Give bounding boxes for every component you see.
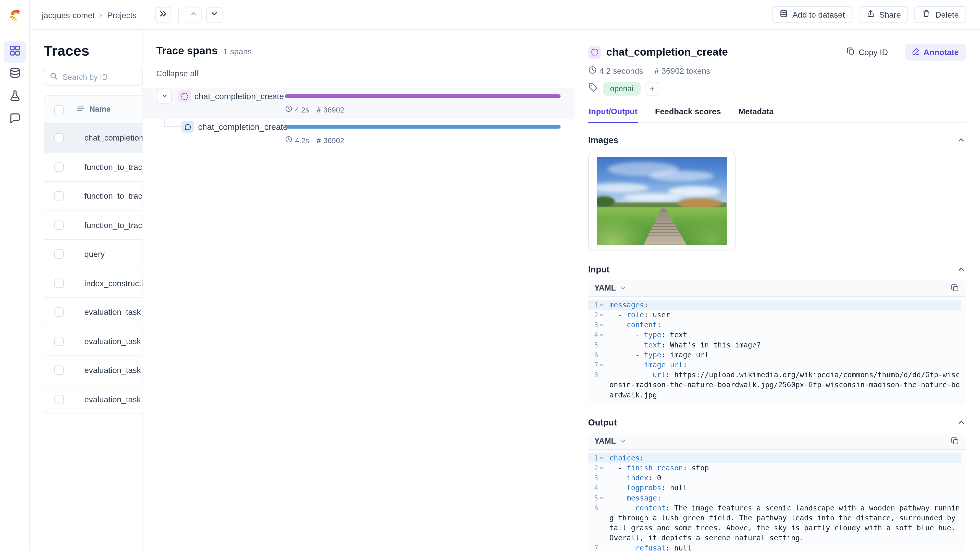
landscape-photo[interactable] (597, 156, 727, 245)
sidebar-item-projects[interactable] (4, 41, 26, 63)
row-checkbox[interactable] (54, 279, 64, 288)
code-text: message: (605, 493, 961, 503)
hash-icon: # (317, 105, 321, 114)
span-label[interactable]: chat_completion_create (198, 122, 288, 132)
code-text: - role: user (605, 310, 961, 320)
fold-chevron-icon[interactable] (600, 300, 604, 310)
column-header-name[interactable]: Name (89, 105, 110, 114)
fold-chevron-icon[interactable] (600, 493, 604, 503)
span-row-root[interactable]: chat_completion_create 4.2s #36902 (143, 88, 574, 119)
sidebar-item-prompts[interactable] (4, 108, 26, 130)
code-text: image_url: (605, 360, 961, 370)
span-duration-bar[interactable] (285, 94, 561, 98)
span-tokens: 36902 (323, 105, 344, 114)
table-header: Name (45, 96, 143, 123)
grid-icon (9, 44, 21, 59)
collapse-section-icon[interactable] (957, 265, 966, 273)
next-trace-button[interactable] (206, 7, 223, 23)
row-checkbox[interactable] (54, 221, 64, 230)
table-row[interactable]: function_to_track (45, 210, 143, 239)
chevron-down-icon (210, 10, 219, 21)
breadcrumb-workspace[interactable]: jacques-comet (42, 10, 95, 20)
collapse-panel-button[interactable] (155, 7, 171, 23)
input-section: Input YAML 1messages:2 - role: us (588, 264, 966, 405)
sidebar-item-experiments[interactable] (4, 86, 26, 108)
tab-metadata[interactable]: Metadata (738, 103, 774, 123)
row-checkbox[interactable] (54, 308, 64, 317)
format-select[interactable]: YAML (594, 284, 627, 292)
table-row[interactable]: chat_completion_… (45, 123, 143, 152)
line-number: 7 (594, 543, 598, 551)
row-checkbox[interactable] (54, 365, 64, 375)
table-row[interactable]: index_construction (45, 268, 143, 297)
tab-input-output[interactable]: Input/Output (588, 103, 638, 123)
copy-icon (846, 47, 855, 58)
collapse-span-button[interactable] (157, 89, 172, 104)
trace-name: evaluation_task (84, 365, 141, 375)
search-input[interactable] (62, 73, 137, 81)
chevron-up-icon (189, 10, 198, 21)
breadcrumb-page[interactable]: Projects (107, 10, 137, 20)
copy-code-button[interactable] (951, 437, 959, 445)
copy-code-button[interactable] (951, 284, 959, 292)
code-line: 1messages: (588, 300, 961, 310)
row-checkbox[interactable] (54, 249, 64, 259)
page-title: Traces (44, 43, 89, 59)
table-row[interactable]: evaluation_task (45, 327, 143, 356)
tag-openai[interactable]: openai (603, 82, 640, 96)
row-checkbox[interactable] (54, 133, 64, 143)
fold-chevron-icon[interactable] (600, 463, 604, 473)
collapse-section-icon[interactable] (957, 135, 966, 144)
add-to-dataset-button[interactable]: Add to dataset (772, 6, 853, 23)
select-all-checkbox[interactable] (54, 105, 64, 114)
spans-count: 1 spans (223, 47, 252, 56)
collapse-section-icon[interactable] (957, 418, 966, 427)
database-icon (9, 67, 21, 82)
search-box[interactable] (44, 68, 142, 86)
row-checkbox[interactable] (54, 337, 64, 346)
code-line: 4 logprobs: null (588, 483, 961, 493)
clock-icon (285, 135, 293, 145)
table-row[interactable]: query (45, 239, 143, 268)
span-duration: 4.2s (295, 105, 309, 114)
span-duration-bar[interactable] (285, 125, 561, 129)
trace-name: index_construction (84, 279, 143, 288)
fold-chevron-icon[interactable] (600, 330, 604, 340)
fold-chevron-icon[interactable] (600, 453, 604, 463)
span-label[interactable]: chat_completion_create (194, 92, 284, 101)
prev-trace-button[interactable] (186, 7, 202, 23)
code-line: 1choices: (588, 453, 961, 463)
traces-rows: chat_completion_…function_to_trackfuncti… (45, 123, 143, 413)
table-row[interactable]: function_to_track (45, 181, 143, 210)
pen-icon (912, 47, 920, 57)
format-select[interactable]: YAML (594, 437, 627, 445)
spans-toolbar (155, 7, 222, 23)
span-row-child[interactable]: chat_completion_create 4.2s #36902 (143, 119, 574, 149)
table-row[interactable]: function_to_track (45, 152, 143, 181)
fold-chevron-icon[interactable] (600, 320, 604, 330)
row-checkbox[interactable] (54, 162, 64, 171)
detail-tabs: Input/OutputFeedback scoresMetadata (588, 103, 966, 123)
annotate-button[interactable]: Annotate (905, 44, 966, 60)
code-line: 7 refusal: null (588, 543, 961, 551)
table-row[interactable]: evaluation_task (45, 297, 143, 327)
collapse-all-button[interactable]: Collapse all (156, 68, 198, 78)
copy-id-button[interactable]: Copy ID (846, 47, 888, 58)
table-row[interactable]: evaluation_task (45, 384, 143, 413)
fold-chevron-icon[interactable] (600, 360, 604, 370)
comet-logo[interactable] (7, 7, 23, 23)
tab-feedback-scores[interactable]: Feedback scores (654, 103, 721, 123)
fold-chevron-icon[interactable] (600, 310, 604, 320)
code-line: 6 - type: image_url (588, 350, 961, 360)
table-row[interactable]: evaluation_task (45, 355, 143, 384)
span-duration: 4.2s (295, 136, 309, 144)
row-checkbox[interactable] (54, 191, 64, 201)
line-number: 5 (594, 340, 598, 350)
line-number: 6 (594, 503, 598, 513)
sidebar-item-datasets[interactable] (4, 63, 26, 86)
duration-value: 4.2 seconds (600, 66, 643, 76)
share-button[interactable]: Share (859, 6, 908, 23)
delete-button[interactable]: Delete (915, 6, 966, 23)
row-checkbox[interactable] (54, 395, 64, 404)
add-tag-button[interactable]: + (646, 82, 659, 96)
